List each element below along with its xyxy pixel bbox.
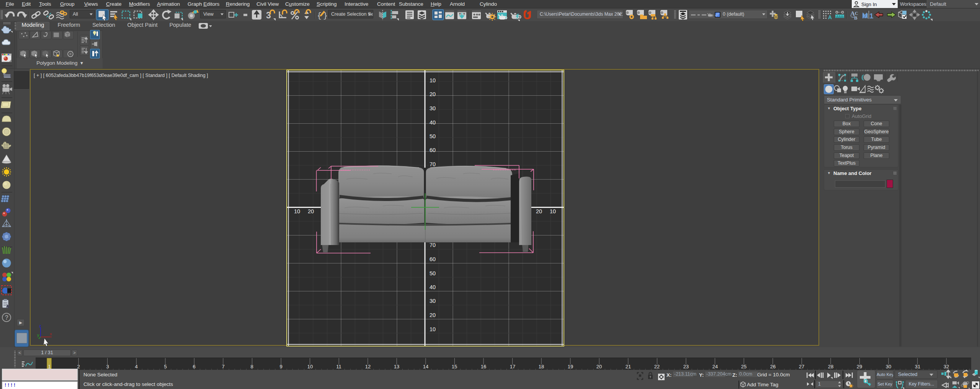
svg-text:1: 1 — [869, 12, 874, 20]
svg-text:y: y — [37, 333, 39, 337]
svg-text:A: A — [828, 14, 832, 20]
svg-text:B: B — [854, 15, 858, 21]
svg-text:M: M — [862, 12, 868, 20]
svg-text:?: ? — [5, 314, 9, 321]
svg-text:z: z — [39, 324, 41, 328]
svg-text:x: x — [50, 332, 52, 336]
